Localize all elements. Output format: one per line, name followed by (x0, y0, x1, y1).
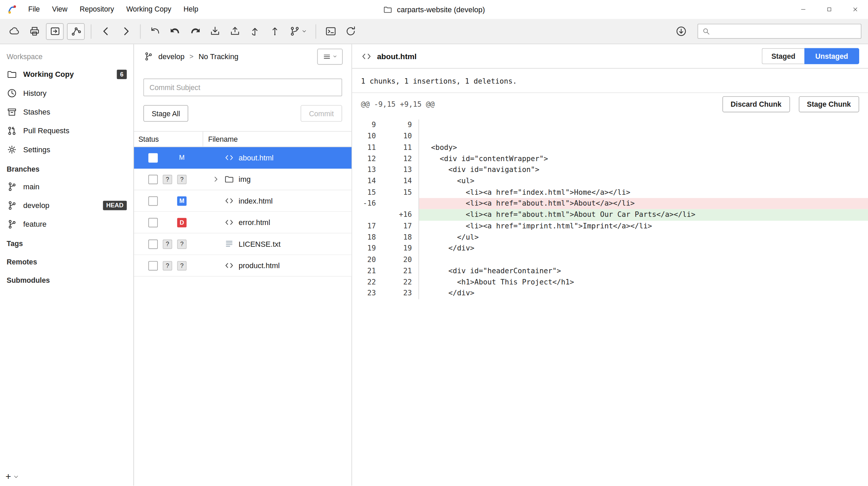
new-line-number: 18 (379, 232, 419, 243)
file-row-about-html[interactable]: Mabout.html (134, 147, 352, 169)
diff-line[interactable]: -16 <li><a href="about.html">About</a></… (352, 198, 868, 209)
diff-line[interactable]: 1212 <div id="contentWrapper"> (352, 153, 868, 164)
search-input[interactable] (714, 27, 857, 35)
window-title-area: carparts-website (develop) (383, 5, 485, 14)
new-line-number: 23 (379, 288, 419, 299)
file-table-header: Status Filename (134, 131, 352, 147)
push-icon[interactable] (187, 23, 203, 40)
diff-line[interactable]: 1515 <li><a href="index.html">Home</a></… (352, 187, 868, 198)
diff-line[interactable]: 1818 </ul> (352, 232, 868, 243)
diff-line[interactable]: 1313 <div id="navigation"> (352, 164, 868, 176)
code-icon (224, 261, 234, 271)
diff-code-text: </div> (419, 288, 868, 299)
stage-chunk-button[interactable]: Stage Chunk (799, 96, 859, 112)
diff-line[interactable]: 1919 </div> (352, 243, 868, 254)
sidebar-section-branches: Branches (0, 159, 133, 177)
menu-help[interactable]: Help (178, 0, 204, 19)
old-line-number: -16 (352, 198, 379, 209)
add-repository-button[interactable]: + (5, 472, 19, 481)
diff-line[interactable]: +16 <li><a href="about.html">About Our C… (352, 209, 868, 221)
commit-menu-button[interactable] (317, 48, 343, 64)
menu-repository[interactable]: Repository (73, 0, 120, 19)
staged-tab[interactable]: Staged (762, 48, 804, 64)
hamburger-icon (323, 52, 331, 60)
checkout-icon[interactable] (246, 23, 263, 40)
diff-line[interactable]: 2121 <div id="headerContainer"> (352, 265, 868, 277)
minimize-button[interactable] (790, 0, 816, 19)
file-row-product-html[interactable]: ??product.html (134, 255, 352, 276)
menu-view[interactable]: View (46, 0, 73, 19)
menu-file[interactable]: File (22, 0, 46, 19)
new-line-number: 20 (379, 254, 419, 265)
file-row-error-html[interactable]: Derror.html (134, 212, 352, 233)
menu-working-copy[interactable]: Working Copy (120, 0, 177, 19)
cloud-icon[interactable] (6, 23, 23, 40)
file-checkbox[interactable] (148, 218, 158, 227)
refresh-icon[interactable] (342, 23, 359, 40)
diff-line[interactable]: 1414 <ul> (352, 176, 868, 187)
diff-file-title: about.html (377, 52, 416, 60)
sidebar-item-settings[interactable]: Settings (0, 140, 133, 159)
develop-badge: HEAD (103, 201, 127, 210)
sidebar-item-main[interactable]: main (0, 177, 133, 196)
branch-menu-icon[interactable] (286, 23, 309, 40)
code-icon (224, 196, 234, 206)
commit-graph-icon[interactable] (67, 23, 85, 40)
sidebar-item-working-copy[interactable]: Working Copy6 (0, 65, 133, 83)
open-repo-icon[interactable] (46, 23, 64, 40)
fetch-icon[interactable] (147, 23, 163, 40)
commit-button[interactable]: Commit (301, 105, 342, 122)
old-line-number: 12 (352, 153, 379, 164)
sidebar-item-history[interactable]: History (0, 84, 133, 102)
stage-all-button[interactable]: Stage All (144, 105, 188, 122)
diff-line[interactable]: 1717 <li><a href="imprint.html">Imprint<… (352, 221, 868, 232)
commit-up-icon[interactable] (266, 23, 283, 40)
diff-line[interactable]: 1111 <body> (352, 142, 868, 153)
diff-line[interactable]: 99 (352, 120, 868, 131)
close-button[interactable] (842, 0, 868, 19)
terminal-icon[interactable] (322, 23, 339, 40)
file-checkbox[interactable] (148, 239, 158, 249)
status-column-header: Status (134, 132, 203, 146)
diff-line[interactable]: 1010 (352, 131, 868, 142)
status-badge-question: ? (163, 261, 172, 270)
unstaged-tab[interactable]: Unstaged (804, 48, 859, 64)
diff-line[interactable]: 2020 (352, 254, 868, 265)
staged-unstaged-toggle: Staged Unstaged (762, 48, 859, 64)
search-box[interactable] (698, 24, 862, 39)
push-tray-icon[interactable] (227, 23, 243, 40)
diff-summary: 1 chunks, 1 insertions, 1 deletions. (352, 69, 868, 92)
sidebar-item-pull-requests[interactable]: Pull Requests (0, 121, 133, 140)
commit-subject-input[interactable] (144, 79, 342, 96)
discard-chunk-button[interactable]: Discard Chunk (722, 96, 790, 112)
sidebar-item-develop[interactable]: developHEAD (0, 196, 133, 214)
maximize-button[interactable] (816, 0, 842, 19)
forward-icon[interactable] (117, 23, 134, 40)
clock-icon (7, 88, 17, 98)
file-row-index-html[interactable]: Mindex.html (134, 190, 352, 212)
pull-tray-icon[interactable] (206, 23, 223, 40)
file-row-license-txt[interactable]: ??LICENSE.txt (134, 233, 352, 255)
print-icon[interactable] (26, 23, 43, 40)
sidebar-item-stashes[interactable]: Stashes (0, 102, 133, 121)
new-line-number: 19 (379, 243, 419, 254)
file-checkbox[interactable] (148, 261, 158, 270)
pull-icon[interactable] (167, 23, 183, 40)
back-icon[interactable] (97, 23, 114, 40)
sidebar-item-feature[interactable]: feature (0, 215, 133, 233)
download-circle-icon[interactable] (673, 23, 689, 40)
diff-code-text: <li><a href="about.html">About</a></li> (419, 198, 868, 209)
diff-line[interactable]: 2323 </div> (352, 288, 868, 299)
diff-code-text: </div> (419, 243, 868, 254)
diff-line[interactable]: 2222 <h1>About This Project</h1> (352, 277, 868, 288)
file-row-img[interactable]: ??img (134, 169, 352, 190)
file-checkbox[interactable] (148, 175, 158, 184)
toolbar-left-group (4, 23, 361, 40)
chevron-right-icon[interactable] (212, 175, 220, 183)
current-branch-label: develop (158, 52, 184, 60)
folder-icon (383, 5, 393, 14)
file-checkbox[interactable] (148, 153, 158, 162)
file-checkbox[interactable] (148, 196, 158, 206)
diff-code-text: </ul> (419, 232, 868, 243)
file-name-label: error.html (238, 218, 270, 226)
